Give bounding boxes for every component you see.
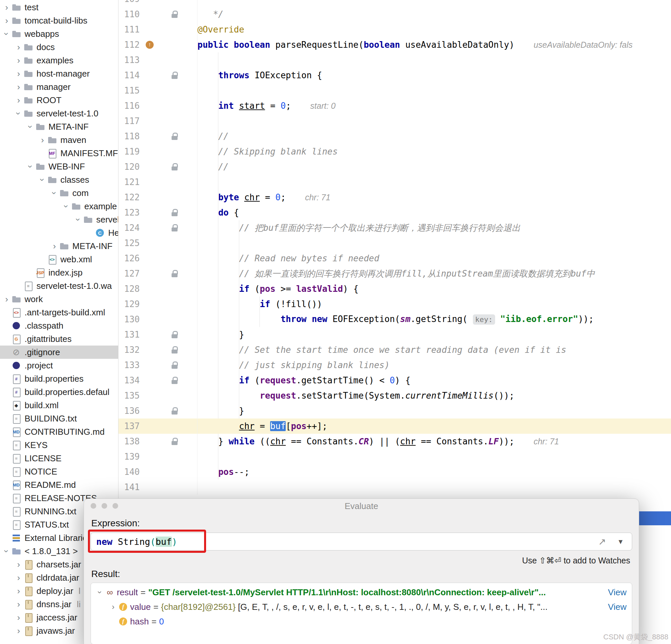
- gutter[interactable]: [144, 68, 198, 83]
- chevron-down-icon[interactable]: ›: [26, 122, 35, 131]
- code-line-137[interactable]: 137 chr = buf[pos++];: [118, 418, 671, 434]
- line-number[interactable]: 123: [118, 205, 144, 220]
- code-text[interactable]: @Override: [198, 22, 244, 37]
- code-text[interactable]: if (pos >= lastValid) {: [198, 281, 358, 296]
- chevron-right-icon[interactable]: ›: [50, 242, 59, 250]
- line-number[interactable]: 109: [118, 0, 144, 7]
- chevron-down-icon[interactable]: ›: [2, 546, 11, 556]
- gutter[interactable]: [144, 235, 198, 251]
- code-line-117[interactable]: 117: [118, 113, 671, 129]
- gutter[interactable]: [144, 220, 198, 235]
- expand-icon[interactable]: ↗: [598, 536, 606, 547]
- tree-item-manager[interactable]: ›manager: [0, 80, 118, 93]
- close-button[interactable]: [91, 503, 96, 509]
- chevron-down-icon[interactable]: ›: [62, 202, 71, 211]
- result-row-value[interactable]: ›fvalue = {char[8192]@2561} [G, E, T, , …: [91, 600, 632, 614]
- code-line-124[interactable]: 124 // 把buf里面的字符一个个取出来进行判断，遇到非回车换行符则会退出: [118, 220, 671, 235]
- code-line-128[interactable]: 128 if (pos >= lastValid) {: [118, 281, 671, 296]
- code-text[interactable]: chr = buf[pos++];: [198, 418, 327, 434]
- code-text[interactable]: request.setStartTime(System.currentTimeM…: [198, 388, 514, 403]
- tree-item-project[interactable]: .project: [0, 359, 118, 372]
- code-text[interactable]: // just skipping blank lines): [198, 358, 390, 373]
- gutter[interactable]: [144, 479, 198, 495]
- line-number[interactable]: 138: [118, 434, 144, 449]
- line-number[interactable]: 133: [118, 358, 144, 373]
- gutter[interactable]: [144, 434, 198, 449]
- chevron-down-icon[interactable]: ›: [14, 109, 23, 118]
- gutter[interactable]: [144, 129, 198, 144]
- code-text[interactable]: if (request.getStartTime() < 0) {: [198, 373, 410, 388]
- tree-item-meta-inf[interactable]: ›META-INF: [0, 240, 118, 253]
- tree-item-build-xml[interactable]: ◆build.xml: [0, 399, 118, 412]
- code-line-130[interactable]: 130 throw new EOFException(sm.getString(…: [118, 312, 671, 327]
- code-text[interactable]: do {: [198, 205, 239, 220]
- gutter[interactable]: [144, 83, 198, 98]
- chevron-right-icon[interactable]: ›: [14, 96, 23, 104]
- gutter[interactable]: [144, 7, 198, 22]
- line-number[interactable]: 137: [118, 418, 144, 434]
- gutter[interactable]: [144, 22, 198, 37]
- gutter[interactable]: [144, 52, 198, 68]
- chevron-right-icon[interactable]: ›: [108, 603, 118, 611]
- gutter[interactable]: [144, 373, 198, 388]
- line-number[interactable]: 118: [118, 129, 144, 144]
- tree-item-servel[interactable]: ›servel: [0, 213, 118, 226]
- line-number[interactable]: 134: [118, 373, 144, 388]
- code-text[interactable]: public boolean parseRequestLine(boolean …: [198, 37, 633, 52]
- tree-item-contributing-md[interactable]: MDCONTRIBUTING.md: [0, 425, 118, 438]
- tree-item-notice[interactable]: ≡NOTICE: [0, 465, 118, 478]
- code-line-118[interactable]: 118 //: [118, 129, 671, 144]
- tree-item-building-txt[interactable]: ≡BUILDING.txt: [0, 412, 118, 425]
- chevron-down-icon[interactable]: ›: [38, 175, 47, 184]
- code-line-109[interactable]: 109 *: [118, 0, 671, 7]
- tree-item-host-manager[interactable]: ›host-manager: [0, 67, 118, 80]
- tree-item-root[interactable]: ›ROOT: [0, 93, 118, 107]
- code-line-110[interactable]: 110 */: [118, 7, 671, 22]
- code-line-138[interactable]: 138 } while ((chr == Constants.CR) || (c…: [118, 434, 671, 449]
- line-number[interactable]: 113: [118, 52, 144, 68]
- line-number[interactable]: 131: [118, 327, 144, 342]
- history-dropdown-icon[interactable]: ▾: [615, 537, 626, 546]
- code-line-140[interactable]: 140 pos--;: [118, 464, 671, 479]
- gutter[interactable]: [144, 388, 198, 403]
- code-text[interactable]: //: [198, 159, 229, 175]
- code-text[interactable]: // Set the start time once we start read…: [198, 342, 566, 358]
- tree-item-web-inf[interactable]: ›WEB-INF: [0, 160, 118, 173]
- chevron-down-icon[interactable]: ›: [96, 587, 104, 597]
- gutter[interactable]: [144, 205, 198, 220]
- code-line-126[interactable]: 126 // Read new bytes if needed: [118, 251, 671, 266]
- tree-item-ant-targets-build-xml[interactable]: <>.ant-targets-build.xml: [0, 306, 118, 319]
- gutter[interactable]: [144, 327, 198, 342]
- code-text[interactable]: // 如果一直读到的回车换行符则再次调用fill,从inputStream里面读…: [198, 266, 595, 281]
- code-text[interactable]: }: [198, 327, 244, 342]
- code-line-122[interactable]: 122 byte chr = 0;chr: 71: [118, 190, 671, 205]
- chevron-right-icon[interactable]: ›: [14, 574, 23, 582]
- result-row-result[interactable]: ›∞result = "GET /servelet-test-1.0/MySer…: [91, 585, 632, 600]
- chevron-right-icon[interactable]: ›: [14, 600, 23, 608]
- override-icon[interactable]: ↑: [146, 41, 154, 49]
- code-text[interactable]: //: [198, 129, 229, 144]
- chevron-down-icon[interactable]: ›: [50, 188, 59, 198]
- view-link[interactable]: View: [608, 587, 626, 597]
- chevron-right-icon[interactable]: ›: [38, 136, 47, 144]
- tree-item-license[interactable]: ≡LICENSE: [0, 452, 118, 465]
- chevron-right-icon[interactable]: ›: [2, 295, 11, 304]
- line-number[interactable]: 135: [118, 388, 144, 403]
- code-line-141[interactable]: 141: [118, 479, 671, 495]
- line-number[interactable]: 139: [118, 449, 144, 464]
- code-line-127[interactable]: 127 // 如果一直读到的回车换行符则再次调用fill,从inputStrea…: [118, 266, 671, 281]
- code-line-112[interactable]: 112↑public boolean parseRequestLine(bool…: [118, 37, 671, 52]
- line-number[interactable]: 140: [118, 464, 144, 479]
- code-text[interactable]: }: [198, 403, 244, 418]
- line-number[interactable]: 117: [118, 113, 144, 129]
- code-line-129[interactable]: 129 if (!fill()): [118, 296, 671, 312]
- gutter[interactable]: ↑: [144, 37, 198, 52]
- gutter[interactable]: [144, 98, 198, 113]
- line-number[interactable]: 110: [118, 7, 144, 22]
- view-link[interactable]: View: [608, 602, 626, 612]
- chevron-right-icon[interactable]: ›: [14, 587, 23, 595]
- code-line-133[interactable]: 133 // just skipping blank lines): [118, 358, 671, 373]
- code-line-123[interactable]: 123 do {: [118, 205, 671, 220]
- chevron-right-icon[interactable]: ›: [14, 627, 23, 635]
- line-number[interactable]: 126: [118, 251, 144, 266]
